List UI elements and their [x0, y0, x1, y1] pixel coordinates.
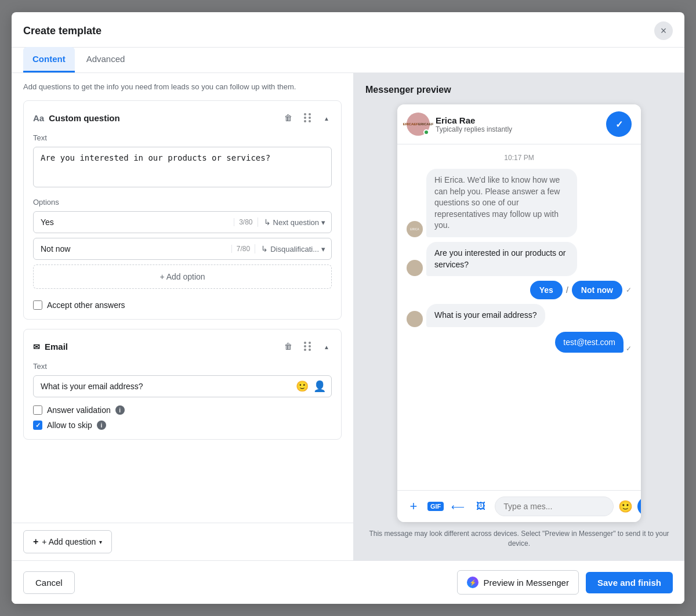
option-yes-input[interactable] — [34, 212, 234, 233]
trash-icon — [284, 113, 292, 122]
preview-messenger-button[interactable]: ⚡ Preview in Messenger — [457, 570, 579, 595]
accept-other-row: Accept other answers — [33, 300, 332, 310]
option-yes-action-button[interactable]: ↳ Next question ▾ — [258, 218, 332, 227]
drag-handle-icon-2 — [304, 342, 312, 351]
option-not-now-input[interactable] — [34, 238, 231, 259]
modal-title: Create template — [23, 25, 102, 44]
custom-question-title: Custom question — [49, 113, 120, 123]
accept-other-checkbox[interactable] — [33, 300, 42, 310]
option-row-not-now: 7/80 ↳ Disqualificati... ▾ — [33, 238, 332, 260]
add-question-bar: + + Add question ▾ — [12, 523, 353, 560]
reply-separator: / — [566, 285, 568, 295]
drag-custom-question-button[interactable] — [302, 111, 314, 125]
dropdown-arrow-icon: ▾ — [99, 539, 102, 545]
chevron-down-icon-2: ▾ — [321, 245, 325, 253]
collapse-email-question-button[interactable] — [321, 339, 332, 354]
disqualify-icon: ↳ — [261, 244, 268, 253]
email-text-label: Text — [33, 362, 332, 371]
chat-input-bar: + GIF ⟵ 🖼 🙂 👍 — [397, 490, 641, 522]
drag-handle-icon — [304, 113, 312, 122]
save-finish-button[interactable]: Save and finish — [586, 572, 673, 593]
trash-icon-2 — [284, 341, 292, 351]
person-icon[interactable]: 👤 — [313, 380, 326, 393]
email-reply-bubble: test@test.com — [555, 332, 624, 353]
custom-question-text-input[interactable]: Are you interested in our products or se… — [33, 147, 332, 187]
answer-validation-checkbox[interactable] — [33, 405, 42, 415]
add-option-button[interactable]: + Add option — [33, 264, 332, 289]
msg-avatar-3 — [407, 311, 423, 327]
email-text-input[interactable] — [33, 375, 332, 397]
email-text-input-wrapper: 🙂 👤 — [33, 375, 332, 397]
avatar-wrapper: ERICAEF — [407, 113, 430, 136]
answer-validation-row: Answer validation i — [33, 405, 332, 415]
plus-action-button[interactable]: + — [404, 497, 423, 516]
intro-bubble: Hi Erica. We'd like to know how we can h… — [426, 169, 577, 237]
answer-validation-info-icon[interactable]: i — [115, 405, 125, 415]
chat-status: Typically replies instantly — [436, 125, 512, 133]
messenger-icon: ⚡ — [467, 577, 478, 588]
sticker-button[interactable]: ⟵ — [448, 497, 467, 516]
card-title-custom: Aa Custom question — [33, 113, 120, 123]
preview-messenger-label: Preview in Messenger — [483, 578, 569, 588]
message-intro: ERICA Hi Erica. We'd like to know how we… — [407, 169, 632, 237]
card-actions-custom — [282, 110, 332, 125]
options-label: Options — [33, 198, 332, 206]
option-yes-count: 3/80 — [234, 218, 257, 226]
emoji-icon[interactable]: 🙂 — [296, 380, 309, 393]
modal-body: Add questions to get the info you need f… — [12, 73, 684, 560]
chat-name-status: Erica Rae Typically replies instantly — [436, 115, 512, 133]
msg-avatar-2 — [407, 260, 423, 276]
tab-advanced[interactable]: Advanced — [77, 47, 135, 73]
add-question-label: + Add question — [42, 537, 96, 546]
option-not-now-action-button[interactable]: ↳ Disqualificati... ▾ — [255, 244, 331, 253]
card-title-email: Email — [33, 342, 68, 352]
allow-skip-checkbox[interactable] — [33, 421, 42, 430]
chat-profile: ERICAEF Erica Rae Typically replies inst… — [407, 113, 512, 136]
drag-email-question-button[interactable] — [302, 339, 314, 353]
chat-text-input[interactable] — [495, 497, 614, 516]
create-template-modal: Create template × Content Advanced Add q… — [12, 12, 684, 604]
card-actions-email — [282, 339, 332, 354]
reply-yes-button[interactable]: Yes — [530, 281, 563, 299]
delete-custom-question-button[interactable] — [282, 110, 295, 125]
delete-email-question-button[interactable] — [282, 339, 295, 354]
chevron-down-icon: ▾ — [321, 218, 325, 227]
reply-not-now-button[interactable]: Not now — [572, 281, 622, 299]
next-question-icon: ↳ — [264, 218, 271, 227]
message-email-reply: test@test.com ✓ — [407, 332, 632, 353]
close-button[interactable]: × — [654, 21, 673, 40]
gif-button[interactable]: GIF — [427, 502, 444, 511]
online-dot — [423, 129, 429, 135]
allow-skip-row: Allow to skip i — [33, 421, 332, 430]
plus-icon: + — [33, 537, 38, 547]
chevron-up-icon-2 — [324, 341, 329, 351]
allow-skip-label: Allow to skip — [47, 421, 92, 430]
preview-title: Messenger preview — [365, 85, 673, 95]
like-button[interactable]: 👍 — [637, 497, 641, 516]
answer-validation-label: Answer validation — [47, 405, 111, 415]
message-question-2: What is your email address? — [407, 304, 632, 327]
add-question-button[interactable]: + + Add question ▾ — [23, 530, 112, 553]
accept-other-label: Accept other answers — [47, 300, 125, 310]
chat-name: Erica Rae — [436, 115, 512, 125]
footer-right: ⚡ Preview in Messenger Save and finish — [457, 570, 673, 595]
intro-text: Add questions to get the info you need f… — [23, 82, 342, 91]
phone-frame: ERICAEF Erica Rae Typically replies inst… — [397, 104, 641, 522]
emoji-chat-icon[interactable]: 🙂 — [618, 499, 633, 513]
message-check-icon: ✓ — [626, 286, 632, 294]
checkmark-icon: ✓ — [615, 119, 623, 130]
input-icons: 🙂 👤 — [296, 380, 326, 393]
photo-button[interactable]: 🖼 — [472, 497, 490, 516]
question-2-bubble: What is your email address? — [426, 304, 545, 327]
collapse-custom-question-button[interactable] — [321, 110, 332, 125]
aa-icon: Aa — [33, 113, 44, 123]
email-question-card: Email — [23, 329, 342, 440]
preview-notice: This message may look different across d… — [365, 529, 673, 549]
message-question-1: Are you interested in our products or se… — [407, 242, 632, 276]
allow-skip-info-icon[interactable]: i — [97, 421, 106, 430]
tab-content[interactable]: Content — [23, 47, 75, 73]
email-check-icon: ✓ — [626, 345, 632, 353]
verified-button[interactable]: ✓ — [606, 111, 632, 137]
left-scroll-area: Add questions to get the info you need f… — [12, 73, 353, 523]
cancel-button[interactable]: Cancel — [23, 571, 75, 594]
